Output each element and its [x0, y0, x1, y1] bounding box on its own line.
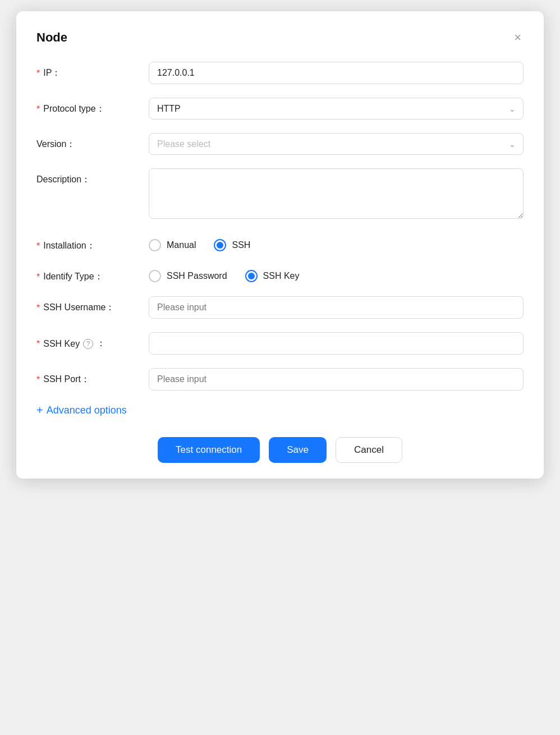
- identify-ssh-password-radio[interactable]: [149, 270, 161, 282]
- ip-row: * IP：: [36, 62, 524, 84]
- protocol-type-label: * Protocol type：: [36, 98, 149, 115]
- identify-ssh-key-option[interactable]: SSH Key: [245, 270, 300, 282]
- ssh-key-help-icon[interactable]: ?: [83, 339, 93, 349]
- advanced-options-button[interactable]: + Advanced options: [36, 404, 127, 417]
- dialog-title: Node: [36, 30, 67, 45]
- installation-manual-label: Manual: [167, 240, 196, 250]
- description-control: [149, 168, 524, 221]
- description-row: Description：: [36, 168, 524, 221]
- version-select[interactable]: Please select: [149, 133, 524, 155]
- description-label-text: Description：: [36, 174, 90, 186]
- protocol-type-select[interactable]: HTTP HTTPS TCP UDP: [149, 98, 524, 120]
- ssh-username-required-star: *: [36, 303, 40, 313]
- ssh-key-text: SSH Key: [43, 339, 80, 349]
- installation-radio-group: Manual SSH: [149, 235, 524, 251]
- advanced-options-label: Advanced options: [47, 405, 127, 416]
- ssh-key-required-star: *: [36, 339, 40, 349]
- test-connection-button[interactable]: Test connection: [158, 437, 260, 463]
- version-control: Please select ⌄: [149, 133, 524, 155]
- installation-label: * Installation：: [36, 235, 149, 252]
- protocol-type-row: * Protocol type： HTTP HTTPS TCP UDP ⌄: [36, 98, 524, 120]
- version-label-text: Version：: [36, 139, 75, 150]
- installation-required-star: *: [36, 241, 40, 251]
- ip-label-text: IP：: [43, 67, 61, 79]
- ssh-username-label-text: SSH Username：: [43, 302, 114, 314]
- protocol-type-control: HTTP HTTPS TCP UDP ⌄: [149, 98, 524, 120]
- ip-label: * IP：: [36, 62, 149, 79]
- identify-ssh-password-label: SSH Password: [167, 271, 227, 281]
- installation-label-text: Installation：: [43, 240, 95, 252]
- identify-ssh-key-label: SSH Key: [263, 271, 300, 281]
- identify-type-label-text: Identify Type：: [43, 271, 103, 283]
- ssh-key-row: * SSH Key ? ：: [36, 332, 524, 355]
- identify-ssh-password-option[interactable]: SSH Password: [149, 270, 227, 282]
- installation-ssh-label: SSH: [232, 240, 250, 250]
- installation-ssh-radio[interactable]: [214, 239, 226, 251]
- footer-buttons: Test connection Save Cancel: [36, 435, 524, 463]
- installation-manual-radio[interactable]: [149, 239, 161, 251]
- node-dialog: Node × * IP： * Protocol type： HTTP HTTPS…: [16, 11, 544, 479]
- identify-type-control: SSH Password SSH Key: [149, 265, 524, 282]
- ssh-key-control: [149, 332, 524, 355]
- advanced-plus-icon: +: [36, 404, 43, 417]
- cancel-button[interactable]: Cancel: [336, 437, 402, 463]
- identify-type-label: * Identify Type：: [36, 265, 149, 283]
- ssh-port-row: * SSH Port：: [36, 368, 524, 391]
- ssh-username-input[interactable]: [149, 296, 524, 319]
- protocol-type-label-text: Protocol type：: [43, 103, 104, 115]
- identify-type-row: * Identify Type： SSH Password SSH Key: [36, 265, 524, 283]
- identify-required-star: *: [36, 272, 40, 282]
- protocol-required-star: *: [36, 104, 40, 114]
- ip-control: [149, 62, 524, 84]
- description-textarea[interactable]: [149, 168, 524, 219]
- dialog-header: Node ×: [36, 29, 524, 46]
- ssh-key-input[interactable]: [149, 332, 524, 355]
- ssh-port-label-text: SSH Port：: [43, 374, 90, 385]
- ssh-port-required-star: *: [36, 375, 40, 385]
- installation-control: Manual SSH: [149, 235, 524, 251]
- installation-manual-option[interactable]: Manual: [149, 239, 196, 251]
- advanced-options-row: + Advanced options: [36, 404, 524, 417]
- version-label: Version：: [36, 133, 149, 150]
- ssh-key-label-text: SSH Key ? ：: [43, 338, 105, 350]
- installation-row: * Installation： Manual SSH: [36, 235, 524, 252]
- save-button[interactable]: Save: [269, 437, 327, 463]
- close-button[interactable]: ×: [512, 29, 524, 46]
- ssh-key-label-container: * SSH Key ? ：: [36, 332, 149, 350]
- identify-type-radio-group: SSH Password SSH Key: [149, 265, 524, 282]
- ssh-port-label: * SSH Port：: [36, 368, 149, 385]
- ip-input[interactable]: [149, 62, 524, 84]
- ssh-username-control: [149, 296, 524, 319]
- identify-ssh-key-radio[interactable]: [245, 270, 258, 282]
- version-row: Version： Please select ⌄: [36, 133, 524, 155]
- ssh-username-label: * SSH Username：: [36, 296, 149, 314]
- ssh-username-row: * SSH Username：: [36, 296, 524, 319]
- installation-ssh-option[interactable]: SSH: [214, 239, 250, 251]
- description-label: Description：: [36, 168, 149, 186]
- ssh-port-input[interactable]: [149, 368, 524, 391]
- ip-required-star: *: [36, 68, 40, 79]
- ssh-port-control: [149, 368, 524, 391]
